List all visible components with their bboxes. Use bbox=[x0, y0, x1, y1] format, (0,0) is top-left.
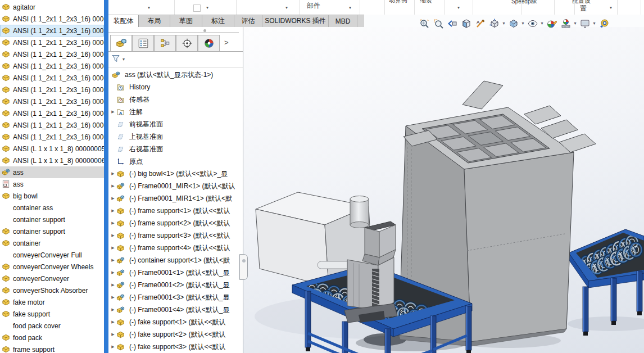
file-list-item[interactable]: conveyerConveyer Wheels bbox=[0, 261, 104, 273]
display-style-dropdown-arrow[interactable]: ▾ bbox=[520, 21, 525, 26]
file-list-item[interactable]: big bowl bbox=[0, 190, 104, 202]
file-list-item[interactable]: ass bbox=[0, 178, 104, 190]
file-list-item[interactable]: container support bbox=[0, 214, 104, 225]
file-list-item[interactable]: ANSI (1 1_2x1 1_2x3_16) 0000 bbox=[0, 60, 104, 72]
file-list-item[interactable]: ANSI (L 1 x 1 x 1_8) 00000005 bbox=[0, 143, 104, 155]
ribbon-dropdown-arrow[interactable]: ▾ bbox=[610, 5, 612, 10]
section-view-button[interactable] bbox=[459, 16, 473, 30]
tree-item[interactable]: 传感器 bbox=[108, 93, 243, 106]
ribbon-tab-1[interactable]: 布局 bbox=[139, 15, 170, 27]
file-list-item[interactable]: container ass bbox=[0, 202, 104, 214]
file-list-item[interactable]: conveyerShock Absorber bbox=[0, 284, 104, 296]
expand-arrow-icon[interactable]: ▶ bbox=[110, 184, 116, 188]
tree-item[interactable]: ▶(-) frame support<4> (默认<<默认 bbox=[108, 242, 243, 254]
fm-tab-configurationmanager[interactable] bbox=[154, 35, 176, 51]
tree-item[interactable]: ▶(-) Frame0001_MIR<1> (默认<默认 bbox=[108, 180, 243, 192]
tree-item[interactable]: ▶(-) Frame0001<3> (默认<默认_显 bbox=[108, 291, 243, 304]
hide-show-items-dropdown-arrow[interactable]: ▾ bbox=[539, 21, 545, 26]
expand-arrow-icon[interactable]: ▶ bbox=[110, 332, 116, 337]
tree-item[interactable]: ▶(-) frame support<3> (默认<<默认 bbox=[108, 229, 243, 242]
file-list-item[interactable]: frame support bbox=[0, 343, 104, 353]
file-list-item[interactable]: container bbox=[0, 237, 104, 249]
file-list-item[interactable]: ANSI (1 1_2x1 1_2x3_16) 0000 bbox=[0, 13, 104, 25]
fm-tabs-overflow-arrow[interactable]: > bbox=[224, 38, 229, 47]
file-list-item[interactable]: ANSI (1 1_2x1 1_2x3_16) 0000 bbox=[0, 107, 104, 119]
view-settings-button[interactable] bbox=[578, 16, 592, 30]
zoom-to-fit-button[interactable] bbox=[417, 16, 431, 30]
tree-item[interactable]: ass (默认<默认_显示状态-1>) bbox=[108, 69, 243, 81]
expand-arrow-icon[interactable]: ▶ bbox=[110, 246, 116, 250]
tree-item[interactable]: ▶(-) fake support<3> (默认<<默认 bbox=[108, 341, 243, 353]
file-list-item[interactable]: conveyerConveyer bbox=[0, 273, 104, 284]
tree-item[interactable]: ▶(-) fake support<2> (默认<<默认 bbox=[108, 328, 243, 341]
view-settings-dropdown-arrow[interactable]: ▾ bbox=[592, 21, 597, 26]
expand-arrow-icon[interactable]: ▶ bbox=[110, 171, 116, 176]
file-list-item[interactable]: food pack cover bbox=[0, 320, 104, 332]
file-list-item[interactable]: ANSI (1 1_2x1 1_2x3_16) 0000 bbox=[0, 84, 104, 96]
graphics-viewport[interactable] bbox=[243, 27, 644, 353]
file-list-item[interactable]: ANSI (1 1_2x1 1_2x3_16) 0000 bbox=[0, 25, 104, 37]
apply-scene-button[interactable] bbox=[559, 16, 573, 30]
view-orientation-dropdown-arrow[interactable]: ▾ bbox=[501, 21, 506, 26]
expand-arrow-icon[interactable]: ▶ bbox=[110, 221, 116, 225]
tree-item[interactable]: History bbox=[108, 81, 243, 93]
tree-item[interactable]: 原点 bbox=[108, 155, 243, 168]
dynamic-annotation-views-button[interactable]: A bbox=[473, 16, 487, 30]
ribbon-tab-6[interactable]: MBD bbox=[329, 15, 357, 27]
file-list-item[interactable]: ANSI (1 1_2x1 1_2x3_16) 0000 bbox=[0, 37, 104, 48]
expand-arrow-icon[interactable]: ▶ bbox=[110, 110, 116, 114]
ribbon-tab-0[interactable]: 装配体 bbox=[108, 15, 139, 27]
zoom-to-area-button[interactable] bbox=[431, 16, 445, 30]
file-list-item[interactable]: agitator bbox=[0, 1, 104, 13]
fm-tab-dimxpertmanager[interactable] bbox=[176, 35, 198, 51]
file-list-item[interactable]: ANSI (1 1_2x1 1_2x3_16) 0000 bbox=[0, 131, 104, 143]
cylinder-cup[interactable] bbox=[350, 196, 369, 228]
hide-show-items-button[interactable] bbox=[525, 16, 539, 30]
apply-scene-dropdown-arrow[interactable]: ▾ bbox=[573, 21, 578, 26]
fm-tab-propertymanager[interactable] bbox=[132, 35, 154, 51]
file-list-item[interactable]: ANSI (1 1_2x1 1_2x3_16) 0000 bbox=[0, 48, 104, 60]
measure-button[interactable] bbox=[597, 16, 611, 30]
filter-dropdown-arrow[interactable]: ▾ bbox=[123, 57, 125, 62]
ribbon-tab-2[interactable]: 草图 bbox=[170, 15, 202, 27]
previous-view-button[interactable] bbox=[445, 16, 459, 30]
file-list-item[interactable]: ANSI (1 1_2x1 1_2x3_16) 0000 bbox=[0, 119, 104, 131]
tree-item[interactable]: ▶(-) frame support<2> (默认<<默认 bbox=[108, 217, 243, 229]
file-list-item[interactable]: conveyerConveyer Full bbox=[0, 249, 104, 261]
tree-item[interactable]: ▶(-) container support<1> (默认<默 bbox=[108, 254, 243, 266]
tree-item[interactable]: ▶(-) Frame0001<2> (默认<默认_显 bbox=[108, 279, 243, 291]
ribbon-dropdown-arrow[interactable]: ▾ bbox=[148, 5, 150, 10]
expand-arrow-icon[interactable]: ▶ bbox=[110, 345, 116, 349]
filter-funnel-icon[interactable] bbox=[111, 54, 121, 65]
fm-tab-displaymanager[interactable] bbox=[198, 35, 220, 51]
tree-item[interactable]: ▶(-) fake support<1> (默认<<默认 bbox=[108, 316, 243, 328]
file-list-item[interactable]: food pack bbox=[0, 332, 104, 343]
tree-item[interactable]: 上视基准面 bbox=[108, 130, 243, 143]
file-list-item[interactable]: ANSI (1 1_2x1 1_2x3_16) 0000 bbox=[0, 72, 104, 84]
ribbon-tab-5[interactable]: SOLIDWORKS 插件 bbox=[262, 15, 329, 27]
panel-splitter-handle[interactable] bbox=[239, 254, 248, 280]
tree-item[interactable]: ▶(-) Frame0001<4> (默认<默认_显 bbox=[108, 304, 243, 316]
tree-item[interactable]: 前视基准面 bbox=[108, 118, 243, 130]
file-list-item[interactable]: container support bbox=[0, 225, 104, 237]
expand-arrow-icon[interactable]: ▶ bbox=[110, 209, 116, 213]
tree-item[interactable]: ▶(-) frame support<1> (默认<<默认 bbox=[108, 205, 243, 217]
ribbon-dropdown-arrow[interactable]: ▾ bbox=[457, 5, 460, 10]
ribbon-tab-4[interactable]: 评估 bbox=[234, 15, 262, 27]
file-list-item[interactable]: fake support bbox=[0, 308, 104, 320]
tree-item[interactable]: 右视基准面 bbox=[108, 143, 243, 155]
expand-arrow-icon[interactable]: ▶ bbox=[110, 320, 116, 324]
expand-arrow-icon[interactable]: ▶ bbox=[110, 258, 116, 263]
file-list-item[interactable]: fake motor bbox=[0, 296, 104, 308]
expand-arrow-icon[interactable]: ▶ bbox=[110, 196, 116, 201]
expand-arrow-icon[interactable]: ▶ bbox=[110, 283, 116, 287]
fm-tab-featuremanager-design-tree[interactable] bbox=[110, 35, 132, 51]
expand-arrow-icon[interactable]: ▶ bbox=[110, 307, 116, 312]
ribbon-dropdown-arrow[interactable]: ▾ bbox=[349, 5, 351, 10]
ribbon-tab-3[interactable]: 标注 bbox=[202, 15, 234, 27]
view-orientation-button[interactable] bbox=[487, 16, 501, 30]
tree-item[interactable]: ▶(-) Frame0001_MIR1<1> (默认<默 bbox=[108, 192, 243, 205]
expand-arrow-icon[interactable]: ▶ bbox=[110, 295, 116, 300]
tree-item[interactable]: ▶(-) big bowl<1> (默认<<默认>_显 bbox=[108, 168, 243, 180]
expand-arrow-icon[interactable]: ▶ bbox=[110, 233, 116, 238]
